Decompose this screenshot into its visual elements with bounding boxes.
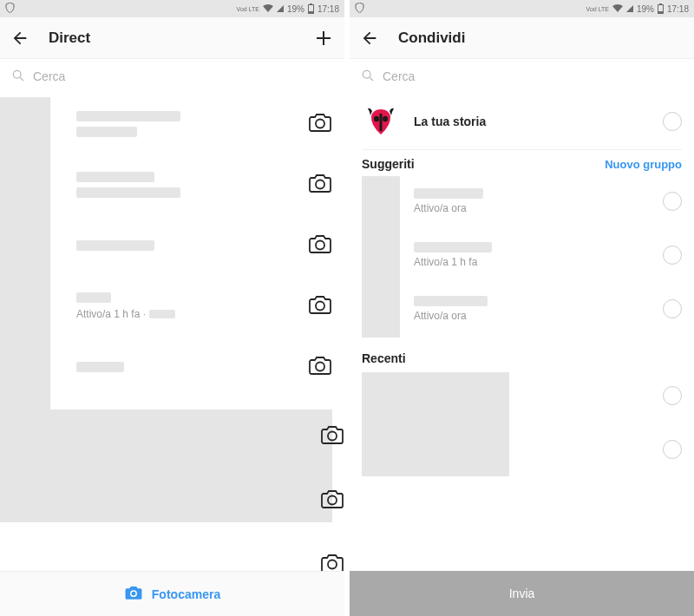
network-label: Vod LTE	[237, 6, 259, 12]
clock: 17:18	[667, 4, 689, 14]
search-input[interactable]: Cerca	[0, 59, 344, 94]
signal-icon	[626, 5, 633, 12]
thread-name-redacted	[76, 292, 111, 303]
select-radio[interactable]	[663, 192, 682, 211]
battery-percent: 19%	[637, 4, 654, 14]
svg-point-7	[328, 432, 337, 441]
recent-list	[362, 369, 682, 476]
camera-button[interactable]	[308, 111, 332, 137]
svg-point-12	[363, 70, 370, 78]
direct-screen: Vod LTE 19% 17:18 Direct Cerca	[0, 0, 344, 616]
recent-title: Recenti	[362, 351, 682, 365]
battery-icon	[308, 4, 314, 14]
select-radio[interactable]	[663, 440, 682, 459]
svg-point-16	[383, 116, 388, 121]
thread-name-redacted	[76, 172, 154, 182]
shield-icon	[355, 3, 364, 15]
user-status: Attivo/a ora	[414, 202, 663, 214]
camera-button[interactable]	[308, 293, 332, 319]
header: Direct	[0, 17, 344, 59]
battery-percent: 19%	[287, 4, 304, 14]
camera-footer-label: Fotocamera	[152, 587, 220, 601]
camera-button[interactable]	[320, 488, 344, 514]
page-title: Direct	[49, 29, 313, 47]
clock: 17:18	[318, 4, 339, 14]
svg-point-11	[131, 592, 135, 596]
status-bar: Vod LTE 19% 17:18	[350, 0, 694, 17]
direct-thread[interactable]: Attivo/a 1 h fa ·	[76, 276, 332, 337]
share-screen: Vod LTE 19% 17:18 Condividi Cerca	[350, 0, 694, 616]
thread-preview-redacted	[76, 187, 180, 198]
user-status: Attivo/a 1 h fa	[414, 256, 663, 268]
username-redacted	[414, 296, 488, 306]
thread-name-redacted	[76, 240, 154, 251]
username-redacted	[414, 242, 492, 252]
share-target-row[interactable]: Attivo/a ora	[414, 282, 682, 336]
share-target-row[interactable]: Attivo/a 1 h fa	[414, 228, 682, 282]
recent-header: Recenti	[362, 339, 682, 369]
camera-button[interactable]	[308, 233, 332, 259]
send-button-label: Invia	[509, 587, 535, 600]
thread-preview-redacted	[149, 310, 175, 318]
user-status: Attivo/a ora	[414, 310, 663, 322]
new-message-button[interactable]	[313, 28, 334, 49]
back-arrow-icon[interactable]	[10, 29, 29, 48]
avatar-placeholder	[362, 372, 509, 476]
select-radio[interactable]	[663, 112, 682, 131]
direct-thread[interactable]	[76, 154, 332, 215]
svg-point-2	[316, 120, 324, 128]
direct-thread[interactable]	[76, 94, 332, 154]
battery-icon	[658, 4, 664, 14]
thread-status: Attivo/a 1 h fa ·	[76, 308, 146, 320]
new-group-link[interactable]: Nuovo gruppo	[605, 158, 682, 171]
search-placeholder: Cerca	[33, 69, 65, 83]
send-button[interactable]: Invia	[350, 571, 694, 616]
svg-point-6	[316, 363, 324, 371]
suggested-title: Suggeriti	[362, 157, 605, 171]
your-story-row[interactable]: La tua storia	[362, 94, 682, 150]
share-list: La tua storia Suggeriti Nuovo gruppo Att…	[350, 94, 694, 571]
share-target-row[interactable]: Attivo/a ora	[414, 174, 682, 228]
page-title: Condividi	[398, 29, 684, 47]
svg-point-5	[316, 302, 324, 311]
camera-button[interactable]	[320, 552, 344, 571]
thread-preview-redacted	[76, 127, 137, 137]
svg-line-1	[20, 77, 23, 81]
signal-icon	[277, 5, 284, 12]
camera-button[interactable]	[308, 354, 332, 380]
suggested-list: Attivo/a ora Attivo/a 1 h fa Attivo/a or…	[362, 174, 682, 339]
svg-point-8	[328, 496, 337, 505]
network-label: Vod LTE	[586, 6, 609, 12]
thread-name-redacted	[76, 111, 180, 121]
search-icon	[362, 69, 374, 84]
camera-button[interactable]	[308, 172, 332, 198]
select-radio[interactable]	[663, 246, 682, 265]
svg-line-13	[370, 77, 373, 81]
camera-footer-button[interactable]: Fotocamera	[0, 571, 344, 616]
search-icon	[12, 69, 24, 84]
select-radio[interactable]	[663, 386, 682, 405]
back-arrow-icon[interactable]	[360, 29, 379, 48]
large-card-placeholder[interactable]	[0, 410, 332, 522]
camera-button[interactable]	[320, 423, 344, 449]
direct-thread[interactable]	[76, 337, 332, 397]
select-radio[interactable]	[663, 299, 682, 318]
svg-point-0	[13, 70, 21, 78]
username-redacted	[414, 188, 483, 199]
avatar-placeholder	[362, 176, 400, 337]
search-input[interactable]: Cerca	[350, 59, 694, 94]
svg-point-9	[328, 560, 337, 569]
direct-thread[interactable]	[76, 215, 332, 276]
header: Condividi	[350, 17, 694, 59]
svg-point-4	[316, 241, 324, 250]
wifi-icon	[263, 4, 273, 14]
wifi-icon	[612, 4, 623, 14]
camera-filled-icon	[124, 584, 143, 604]
thread-name-redacted	[76, 362, 124, 372]
viking-avatar-icon	[365, 106, 396, 137]
direct-list: Attivo/a 1 h fa ·	[0, 94, 344, 571]
svg-point-15	[374, 116, 379, 121]
status-bar: Vod LTE 19% 17:18	[0, 0, 344, 17]
svg-rect-14	[380, 114, 383, 131]
shield-icon	[5, 3, 15, 15]
